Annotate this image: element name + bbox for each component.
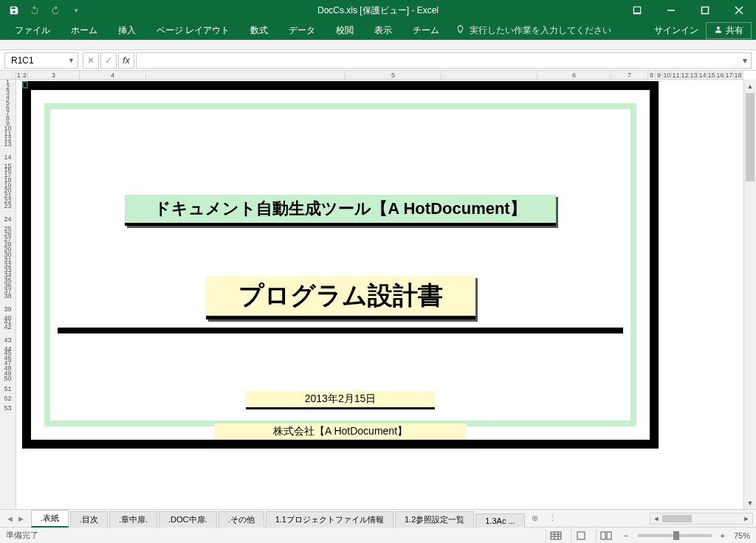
select-all-corner[interactable] [0, 71, 16, 80]
ribbon-tab-6[interactable]: 校閲 [326, 21, 364, 40]
ribbon-tab-2[interactable]: 挿入 [108, 21, 146, 40]
col-header[interactable]: 4 [80, 71, 146, 80]
lightbulb-icon [456, 24, 465, 36]
sheet-tab-4[interactable]: .その他 [219, 511, 264, 528]
qat-customize-icon[interactable]: ▾ [69, 4, 83, 17]
col-header[interactable]: 12 [681, 71, 690, 80]
formula-expand-icon[interactable]: ▾ [738, 52, 751, 69]
svg-point-5 [717, 27, 720, 30]
sheet-viewport[interactable]: ドキュメント自動生成ツール【A HotDocument】 プログラム設計書 20… [16, 80, 743, 509]
zoom-in-button[interactable]: + [718, 531, 728, 540]
col-header[interactable]: 3 [28, 71, 80, 80]
minimize-button[interactable] [654, 0, 688, 21]
ribbon-options-icon[interactable] [620, 0, 654, 21]
col-header[interactable]: 16 [716, 71, 725, 80]
row-header[interactable]: 53 [0, 404, 16, 413]
name-box[interactable]: R1C1 ▼ [4, 52, 78, 69]
row-header[interactable]: 52 [0, 394, 16, 404]
horizontal-scrollbar[interactable]: ◄ ► [650, 513, 753, 525]
ribbon-tab-3[interactable]: ページ レイアウト [146, 21, 240, 40]
zoom-slider[interactable] [638, 534, 712, 537]
sheet-tab-3[interactable]: .DOC中扉. [159, 511, 217, 528]
tab-nav-prev-icon[interactable]: ◄ [6, 514, 14, 523]
row-header[interactable]: 50 [0, 376, 16, 381]
sheet-tab-5[interactable]: 1.1プロジェクトファイル情報 [266, 511, 394, 528]
col-header[interactable]: 11 [672, 71, 681, 80]
page-layout-view-button[interactable] [571, 529, 590, 542]
col-header[interactable]: 10 [663, 71, 672, 80]
maximize-button[interactable] [688, 0, 722, 21]
zoom-out-button[interactable]: − [621, 531, 631, 540]
vscroll-thumb[interactable] [746, 93, 755, 181]
col-header[interactable]: 17 [725, 71, 734, 80]
col-header[interactable]: 18 [734, 71, 743, 80]
sheet-tab-0[interactable]: .表紙 [31, 510, 69, 528]
name-box-value: R1C1 [11, 55, 34, 66]
col-header[interactable]: 9 [656, 71, 663, 80]
save-icon[interactable] [7, 4, 21, 17]
row-header[interactable]: 13 [0, 142, 16, 147]
row-header[interactable]: 42 [0, 325, 16, 330]
svg-rect-2 [702, 7, 709, 14]
formula-input-wrap: ▾ [136, 52, 752, 69]
col-header[interactable]: 13 [690, 71, 698, 80]
close-button[interactable] [722, 0, 756, 21]
sheet-tab-7[interactable]: 1.3Ac ... [475, 513, 524, 528]
add-sheet-button[interactable]: ⊕ [526, 513, 544, 523]
share-label: 共有 [726, 24, 743, 37]
cover-date: 2013年2月15日 [246, 391, 436, 409]
col-header[interactable]: 8 [648, 71, 656, 80]
ribbon-tab-1[interactable]: ホーム [61, 21, 108, 40]
undo-icon[interactable] [28, 4, 41, 17]
svg-rect-12 [601, 532, 605, 539]
scroll-up-icon[interactable]: ▲ [744, 80, 756, 92]
ribbon-tab-0[interactable]: ファイル [4, 21, 61, 40]
fx-button[interactable]: fx [118, 52, 134, 69]
col-header[interactable]: 5 [346, 71, 441, 80]
tell-me-box[interactable]: 実行したい作業を入力してください [456, 24, 611, 37]
enter-formula-button[interactable]: ✓ [100, 52, 117, 69]
col-header[interactable]: 15 [707, 71, 716, 80]
ribbon-tab-4[interactable]: 数式 [240, 21, 278, 40]
row-header[interactable]: 24 [0, 212, 16, 226]
scroll-right-icon[interactable]: ► [740, 515, 752, 522]
svg-rect-13 [607, 532, 611, 539]
scroll-left-icon[interactable]: ◄ [650, 515, 662, 522]
sheet-tab-1[interactable]: .目次 [70, 511, 108, 528]
ribbon-tab-7[interactable]: 表示 [364, 21, 402, 40]
col-header[interactable]: 7 [611, 71, 648, 80]
sheet-tab-2[interactable]: .章中扉. [109, 511, 157, 528]
hscroll-thumb[interactable] [662, 515, 692, 522]
svg-rect-11 [577, 532, 585, 539]
row-header[interactable]: 23 [0, 204, 16, 209]
col-header[interactable]: 6 [537, 71, 611, 80]
col-header[interactable]: 14 [698, 71, 707, 80]
ribbon-tab-8[interactable]: チーム [402, 21, 450, 40]
spreadsheet-grid: 123456789101112131415161718 123456789101… [0, 71, 756, 509]
cancel-formula-button[interactable]: ✕ [83, 52, 99, 69]
cover-divider [58, 328, 623, 333]
col-header[interactable] [146, 71, 346, 80]
row-header[interactable]: 51 [0, 384, 16, 394]
col-header[interactable]: 1 [16, 71, 22, 80]
sheet-tab-6[interactable]: 1.2参照設定一覧 [395, 511, 474, 528]
page-break-view-button[interactable] [596, 529, 615, 542]
ribbon-tab-5[interactable]: データ [278, 21, 326, 40]
share-button[interactable]: 共有 [706, 22, 752, 39]
row-header[interactable]: 38 [0, 294, 16, 299]
vertical-scrollbar[interactable]: ▲ ▼ [743, 80, 756, 509]
col-header[interactable]: 2 [22, 71, 28, 80]
redo-icon[interactable] [49, 4, 62, 17]
col-header[interactable] [441, 71, 537, 80]
tab-nav-next-icon[interactable]: ► [17, 514, 25, 523]
normal-view-button[interactable] [546, 529, 565, 542]
row-headers[interactable]: 1234567891011121314151617181920212223242… [0, 80, 16, 509]
column-headers[interactable]: 123456789101112131415161718 [16, 71, 743, 80]
chevron-down-icon[interactable]: ▼ [68, 57, 75, 64]
zoom-knob[interactable] [673, 531, 679, 540]
formula-input[interactable] [137, 53, 738, 68]
formula-bar: R1C1 ▼ ✕ ✓ fx ▾ [0, 50, 756, 71]
tab-options-icon[interactable]: ⋮ [544, 513, 561, 523]
scroll-down-icon[interactable]: ▼ [744, 497, 756, 509]
signin-link[interactable]: サインイン [654, 24, 698, 37]
